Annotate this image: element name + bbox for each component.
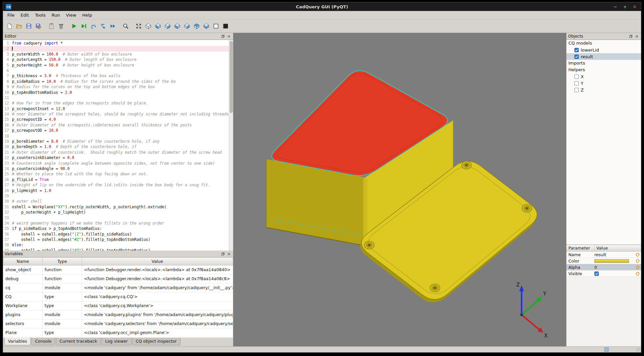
column-header-name[interactable]: Name <box>3 258 43 265</box>
front-view-button[interactable] <box>154 22 162 31</box>
code-line[interactable]: 31oshell = Workplane("XY").rect(p_outerW… <box>3 204 229 210</box>
float-panel-icon[interactable] <box>220 252 225 256</box>
menu-file[interactable]: File <box>4 12 18 19</box>
save-button[interactable] <box>24 22 33 31</box>
close-panel-icon[interactable] <box>634 34 639 39</box>
tree-group-helpers[interactable]: Helpers <box>566 67 641 73</box>
table-row[interactable]: selectorsmodule<module 'cadquery.selecto… <box>3 319 233 328</box>
code-line[interactable]: 23# Countersink angle (complete angle be… <box>3 161 229 166</box>
code-line[interactable]: 1from cadquery import * <box>3 41 229 46</box>
code-line[interactable]: 35if p_sideRadius > p_topAndBottomRadius… <box>3 226 229 231</box>
code-line[interactable]: 4p_outerLength = 150.0 # Outer length of… <box>3 57 229 62</box>
code-line[interactable]: 7p_thickness = 3.0 # Thickness of the bo… <box>3 73 229 79</box>
code-line[interactable]: 28p_lipHeight = 1.0 <box>3 188 229 193</box>
bottom-view-button[interactable] <box>202 22 211 31</box>
wireframe-button[interactable] <box>211 22 220 31</box>
code-line[interactable]: 21# Outer diameter of countersink. Shoul… <box>3 150 229 155</box>
table-row[interactable]: debugfunction<function Debugger.render.<… <box>3 274 233 283</box>
save-as-button[interactable] <box>34 22 43 31</box>
parameter-row-visible[interactable]: Visible <box>566 270 641 277</box>
tree-item-z[interactable]: Z <box>566 87 641 93</box>
parameter-row-alpha[interactable]: Alpha0 <box>566 264 641 270</box>
iso-view-button[interactable] <box>144 22 153 31</box>
color-swatch[interactable] <box>594 259 629 263</box>
float-panel-icon[interactable] <box>220 34 225 39</box>
clipboard-button[interactable] <box>47 22 56 31</box>
code-editor[interactable]: 1from cadquery import *23p_outerWidth = … <box>3 40 233 251</box>
step-button[interactable] <box>89 22 98 31</box>
code-line[interactable]: 13p_screwpostInset = 12.0 <box>3 106 229 111</box>
column-header-value[interactable]: Value <box>82 258 233 265</box>
table-row[interactable]: pluginsmodule<module 'cadquery.plugins' … <box>3 310 233 319</box>
open-file-button[interactable] <box>15 22 24 31</box>
continue-button[interactable] <box>108 22 117 31</box>
shaded-button[interactable] <box>221 22 230 31</box>
table-row[interactable]: cqmodule<module 'cadquery' from '/home/a… <box>3 283 233 292</box>
code-line[interactable]: 10p_topAndBottomRadius = 2.0 <box>3 90 229 95</box>
tree-group-imports[interactable]: Imports <box>566 60 641 67</box>
code-line[interactable]: 29 <box>3 193 229 199</box>
menu-edit[interactable]: Edit <box>18 12 32 19</box>
table-row[interactable]: show_objectfunction<function Debugger.re… <box>3 265 233 274</box>
tab-current-traceback[interactable]: Current traceback <box>56 338 101 345</box>
code-line[interactable]: 6 <box>3 68 229 73</box>
zoom-button[interactable] <box>121 22 130 31</box>
step-into-button[interactable] <box>99 22 108 31</box>
code-line[interactable]: 14# nner Diameter of the screwpost holes… <box>3 111 229 117</box>
tree-group-cq-models[interactable]: CQ models <box>566 40 641 47</box>
parameter-row-color[interactable]: Color <box>566 258 641 264</box>
code-line[interactable]: 12# How far in from the edges the screwp… <box>3 100 229 106</box>
code-line[interactable]: 19p_boreDiameter = 8.0 # Diameter of the… <box>3 139 229 144</box>
code-line[interactable]: 3p_outerWidth = 100.0 # Outer width of b… <box>3 52 229 57</box>
code-line[interactable]: 20p_boreDepth = 1.0 # Depth of the count… <box>3 144 229 149</box>
code-line[interactable]: 30# outer shell <box>3 199 229 204</box>
status-grid-icon[interactable] <box>604 347 609 352</box>
title-bar[interactable]: cq CadQuery GUI (PyQT) − + ✕ <box>3 2 641 11</box>
code-line[interactable]: 18 <box>3 133 229 139</box>
scrollbar-thumb[interactable] <box>230 41 233 113</box>
code-line[interactable]: 37 oshell = oshell.edges("#Z").fillet(p_… <box>3 237 229 242</box>
tab-console[interactable]: Console <box>31 338 55 345</box>
run-script-button[interactable] <box>70 22 79 31</box>
tab-variables[interactable]: Variables <box>4 338 31 345</box>
reset-icon[interactable] <box>634 252 641 257</box>
menu-tools[interactable]: Tools <box>32 12 49 19</box>
visibility-checkbox[interactable] <box>574 81 579 86</box>
code-line[interactable]: 8p_sideRadius = 10.0 # Radius for the cu… <box>3 79 229 84</box>
code-line[interactable]: 26p_flipLid = True <box>3 177 229 182</box>
visibility-checkbox[interactable] <box>574 88 579 92</box>
tab-cq-object-inspector[interactable]: CQ object inspector <box>132 338 180 345</box>
column-header-type[interactable]: Type <box>43 258 82 265</box>
table-row[interactable]: Planetype<class 'cadquery.occ_impl.geom.… <box>3 328 233 337</box>
code-line[interactable]: 9# Radius for the curves on the top and … <box>3 84 229 89</box>
new-file-button[interactable] <box>5 22 14 31</box>
code-line[interactable]: 36 oshell = oshell.edges("|Z").fillet(p_… <box>3 232 229 237</box>
back-view-button[interactable] <box>163 22 172 31</box>
tree-item-result[interactable]: result <box>566 53 641 60</box>
reset-icon[interactable] <box>634 265 641 269</box>
table-row[interactable]: CQtype<class 'cadquery.cq.CQ'> <box>3 292 233 301</box>
visibility-checkbox[interactable] <box>574 75 579 79</box>
code-line[interactable]: 16# Outer Diameter of the screwposts.\nD… <box>3 122 229 128</box>
code-line[interactable]: 25# Whether to place the lid with the to… <box>3 171 229 177</box>
code-line[interactable]: 2 <box>3 46 229 51</box>
tab-log-viewer[interactable]: Log viewer <box>102 338 132 345</box>
table-row[interactable]: Workplanetype<class 'cadquery.cq.Workpla… <box>3 301 233 310</box>
code-line[interactable]: 17p_screwpostOD = 10.0 <box>3 128 229 133</box>
code-line[interactable]: 5p_outerHeight = 50.0 # Outer height of … <box>3 63 229 68</box>
fit-view-button[interactable] <box>134 22 143 31</box>
debug-button[interactable] <box>79 22 88 31</box>
menu-run[interactable]: Run <box>49 12 63 19</box>
tree-item-lowerlid[interactable]: lowerLid <box>566 47 641 53</box>
float-panel-icon[interactable] <box>628 34 633 39</box>
tree-item-y[interactable]: Y <box>566 80 641 87</box>
delete-button[interactable] <box>57 22 66 31</box>
code-line[interactable]: 38else: <box>3 242 229 248</box>
resize-grip[interactable] <box>636 348 640 352</box>
code-line[interactable]: 22p_countersinkDiameter = 0.0 <box>3 155 229 160</box>
close-button[interactable]: ✕ <box>632 4 637 9</box>
code-line[interactable]: 27# Height of lip on the underside of th… <box>3 182 229 188</box>
menu-view[interactable]: View <box>63 12 79 19</box>
parameter-row-name[interactable]: Nameresult <box>566 252 641 258</box>
left-view-button[interactable] <box>173 22 182 31</box>
